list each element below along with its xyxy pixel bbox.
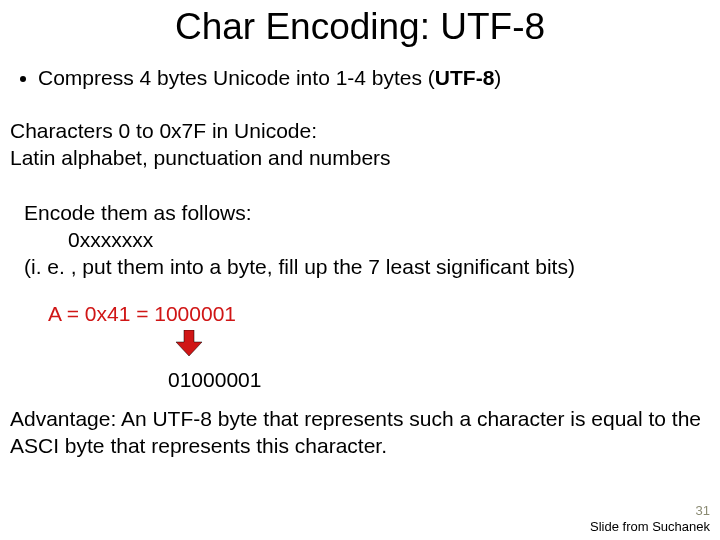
slide: Char Encoding: UTF-8 Compress 4 bytes Un…: [0, 0, 720, 540]
example-red: A = 0x41 = 1000001: [48, 302, 720, 326]
slide-number: 31: [696, 503, 710, 518]
encode-block: Encode them as follows: 0xxxxxxx (i. e. …: [24, 200, 720, 281]
range-pre: Characters: [10, 119, 119, 142]
range-line2: Latin alphabet, punctuation and numbers: [10, 145, 720, 172]
range-line1: Characters 0 to 0x7F in Unicode:: [10, 118, 720, 145]
advantage-text: Advantage: An UTF-8 byte that represents…: [10, 406, 720, 460]
example-binary: 01000001: [168, 368, 720, 392]
slide-credit: Slide from Suchanek: [590, 519, 710, 534]
bullet-pre: Compress 4 bytes Unicode into 1-4 bytes …: [38, 66, 435, 89]
encode-pattern: 0xxxxxxx: [24, 227, 720, 254]
range-mid: 0 to 0x7F: [119, 119, 207, 142]
down-arrow-icon: [174, 330, 720, 360]
slide-title: Char Encoding: UTF-8: [0, 0, 720, 48]
bullet-text: Compress 4 bytes Unicode into 1-4 bytes …: [38, 66, 501, 90]
bullet-item: Compress 4 bytes Unicode into 1-4 bytes …: [20, 66, 720, 90]
encode-line3: (i. e. , put them into a byte, fill up t…: [24, 254, 720, 281]
encode-line1: Encode them as follows:: [24, 200, 720, 227]
bullet-post: ): [494, 66, 501, 89]
bullet-dot-icon: [20, 76, 26, 82]
range-block: Characters 0 to 0x7F in Unicode: Latin a…: [10, 118, 720, 172]
range-post: in Unicode:: [206, 119, 317, 142]
bullet-bold: UTF-8: [435, 66, 495, 89]
